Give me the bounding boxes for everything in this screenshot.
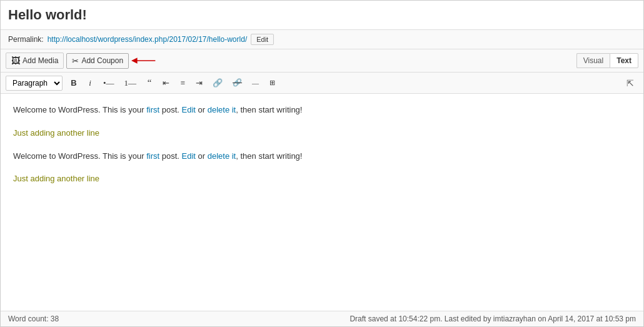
editor-area[interactable]: Welcome to WordPress. This is your first… — [1, 94, 643, 311]
format-toolbar: Paragraph B i •— 1— “ ⇤ ≡ ⇥ 🔗 🔗 ― ⊞ ⇱ — [1, 73, 643, 94]
delete-link-2[interactable]: delete it — [208, 151, 236, 161]
text-view-button[interactable]: Text — [610, 53, 638, 68]
post-title-input[interactable] — [8, 7, 636, 23]
add-media-label: Add Media — [23, 56, 58, 65]
unordered-list-button[interactable]: •— — [99, 76, 119, 91]
word-count: Word count: 38 — [8, 314, 59, 323]
first-link[interactable]: first — [146, 105, 159, 114]
first-link-2[interactable]: first — [146, 151, 159, 161]
delete-link-1[interactable]: delete it — [208, 105, 236, 114]
red-arrow-icon — [131, 54, 156, 67]
fullscreen-button[interactable]: ⇱ — [622, 76, 638, 91]
add-coupon-label: Add Coupon — [81, 56, 123, 65]
visual-view-button[interactable]: Visual — [576, 53, 610, 68]
ordered-list-button[interactable]: 1— — [120, 76, 141, 91]
editor-container: Permalink: http://localhost/wordpress/in… — [0, 0, 644, 327]
permalink-label: Permalink: — [8, 35, 44, 44]
toolbar-row: 🖼 Add Media ✂ Add Coupon — [1, 49, 643, 73]
olive-text-2: Just adding another line — [13, 174, 99, 183]
arrow-indicator — [131, 54, 156, 67]
italic-button[interactable]: i — [83, 76, 98, 91]
edit-link-2[interactable]: Edit — [182, 151, 196, 161]
title-bar — [1, 1, 643, 30]
add-media-icon: 🖼 — [11, 56, 20, 66]
align-right-button[interactable]: ⇥ — [191, 76, 207, 91]
olive-text-1: Just adding another line — [13, 128, 99, 138]
align-center-button[interactable]: ≡ — [175, 76, 190, 91]
toolbar-right: Visual Text — [576, 53, 638, 68]
word-count-value: 38 — [51, 314, 59, 323]
status-bar: Word count: 38 Draft saved at 10:54:22 p… — [1, 311, 643, 326]
permalink-url[interactable]: http://localhost/wordpress/index.php/201… — [48, 35, 248, 44]
insert-more-button[interactable]: ― — [248, 77, 263, 89]
toolbar-left: 🖼 Add Media ✂ Add Coupon — [6, 53, 156, 69]
unlink-button[interactable]: 🔗 — [228, 76, 246, 90]
link-button[interactable]: 🔗 — [208, 76, 227, 91]
draft-status: Draft saved at 10:54:22 pm. Last edited … — [350, 314, 636, 323]
bold-button[interactable]: B — [66, 76, 81, 90]
add-coupon-button[interactable]: ✂ Add Coupon — [66, 53, 129, 69]
word-count-label: Word count: — [8, 314, 48, 323]
permalink-edit-button[interactable]: Edit — [251, 34, 274, 45]
paragraph-select[interactable]: Paragraph — [6, 76, 63, 91]
paragraph-3: Welcome to WordPress. This is your first… — [13, 150, 631, 163]
toggle-toolbar-button[interactable]: ⊞ — [264, 76, 279, 89]
add-media-button[interactable]: 🖼 Add Media — [6, 53, 64, 69]
paragraph-4: Just adding another line — [13, 173, 631, 186]
add-coupon-icon: ✂ — [72, 56, 79, 66]
blockquote-button[interactable]: “ — [142, 75, 157, 91]
align-left-button[interactable]: ⇤ — [158, 76, 174, 91]
paragraph-1: Welcome to WordPress. This is your first… — [13, 104, 631, 117]
edit-link-1[interactable]: Edit — [182, 105, 196, 114]
permalink-bar: Permalink: http://localhost/wordpress/in… — [1, 30, 643, 49]
paragraph-2: Just adding another line — [13, 127, 631, 140]
